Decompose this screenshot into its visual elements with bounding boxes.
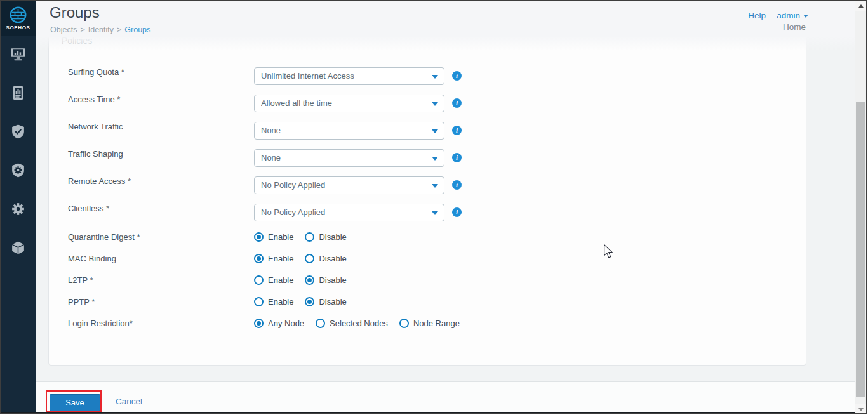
radio-button-selected[interactable] — [254, 232, 264, 242]
radio-mac-binding-enable[interactable]: Enable — [254, 254, 293, 263]
form-row-mac-binding: MAC BindingEnableDisable — [68, 247, 787, 269]
radio-button[interactable] — [305, 232, 314, 242]
scroll-down-button[interactable] — [855, 404, 866, 414]
sidebar-item-control-center[interactable] — [1, 36, 36, 75]
cancel-button[interactable]: Cancel — [116, 397, 142, 406]
field-label-login-restriction: Login Restriction* — [68, 319, 254, 328]
radio-button[interactable] — [254, 297, 264, 306]
breadcrumb-groups[interactable]: Groups — [124, 25, 150, 34]
traffic-shaping-dropdown[interactable]: None — [254, 149, 444, 167]
radio-button[interactable] — [305, 254, 314, 263]
radio-pptp-disable[interactable]: Disable — [305, 297, 346, 306]
l2tp-radio-group: EnableDisable — [254, 275, 347, 285]
dropdown-selected-value: Unlimited Internet Access — [261, 71, 354, 81]
sidebar-nav — [1, 36, 36, 268]
radio-button[interactable] — [254, 275, 264, 285]
sophos-logo[interactable]: SOPHOS — [1, 1, 36, 36]
sidebar: SOPHOS — [1, 1, 36, 412]
radio-quarantine-digest-enable[interactable]: Enable — [254, 232, 293, 242]
chevron-down-icon — [432, 157, 438, 161]
chevron-down-icon — [432, 75, 438, 79]
radio-button-selected[interactable] — [254, 254, 264, 263]
radio-login-restriction-selected-nodes[interactable]: Selected Nodes — [316, 319, 388, 328]
breadcrumb-separator: > — [117, 25, 121, 34]
radio-mac-binding-disable[interactable]: Disable — [305, 254, 346, 263]
radio-label: Enable — [268, 297, 293, 306]
home-link[interactable]: Home — [783, 22, 806, 32]
chevron-down-icon — [432, 184, 438, 188]
breadcrumb: Objects>Identity>Groups — [50, 25, 150, 34]
sidebar-item-reports[interactable] — [1, 75, 36, 114]
sidebar-item-shield-gear[interactable] — [1, 152, 36, 191]
breadcrumb-objects[interactable]: Objects — [50, 25, 77, 34]
page-title: Groups — [50, 4, 100, 22]
radio-label: Enable — [268, 232, 293, 242]
info-icon[interactable]: i — [452, 71, 462, 81]
settings-gear-icon — [10, 201, 26, 220]
save-button[interactable]: Save — [50, 394, 100, 411]
field-label-remote-access: Remote Access * — [68, 171, 254, 186]
pptp-radio-group: EnableDisable — [254, 297, 347, 306]
radio-quarantine-digest-disable[interactable]: Disable — [305, 232, 346, 242]
radio-rows: Quarantine Digest *EnableDisableMAC Bind… — [68, 226, 787, 334]
radio-label: Enable — [268, 275, 293, 285]
info-icon[interactable]: i — [452, 180, 462, 190]
network-traffic-dropdown[interactable]: None — [254, 122, 444, 140]
access-time-dropdown[interactable]: Allowed all the time — [254, 95, 444, 112]
clientless-dropdown[interactable]: No Policy Applied — [254, 204, 444, 221]
breadcrumb-identity[interactable]: Identity — [88, 25, 114, 34]
control-center-icon — [10, 46, 26, 65]
shield-gear-icon — [10, 162, 26, 181]
chevron-down-icon — [432, 102, 438, 106]
radio-l2tp-disable[interactable]: Disable — [305, 275, 346, 285]
radio-button-selected[interactable] — [305, 275, 314, 285]
scrollbar-thumb[interactable] — [856, 102, 865, 397]
radio-button[interactable] — [316, 319, 325, 328]
field-label-network-traffic: Network Traffic — [68, 117, 254, 131]
radio-login-restriction-node-range[interactable]: Node Range — [399, 319, 460, 328]
dropdown-selected-value: Allowed all the time — [261, 98, 332, 108]
mac-binding-radio-group: EnableDisable — [254, 254, 347, 263]
field-label-quarantine-digest: Quarantine Digest * — [68, 232, 254, 242]
form-row-l2tp: L2TP *EnableDisable — [68, 269, 787, 291]
radio-pptp-enable[interactable]: Enable — [254, 297, 293, 306]
header-shadow — [36, 37, 857, 51]
info-icon[interactable]: i — [452, 208, 462, 217]
vertical-scrollbar[interactable] — [855, 1, 866, 414]
dropdown-rows: Surfing Quota *Unlimited Internet Access… — [68, 62, 787, 226]
shield-check-icon — [10, 124, 26, 142]
form-row-network-traffic: Network TrafficNonei — [68, 117, 787, 144]
sidebar-item-objects-cube[interactable] — [1, 230, 36, 268]
radio-label: Disable — [319, 254, 346, 263]
radio-login-restriction-any-node[interactable]: Any Node — [254, 319, 304, 328]
remote-access-dropdown[interactable]: No Policy Applied — [254, 176, 444, 194]
objects-cube-icon — [10, 240, 26, 258]
sidebar-item-shield-check[interactable] — [1, 114, 36, 152]
radio-label: Node Range — [413, 319, 460, 328]
arrow-down-icon — [858, 408, 864, 411]
field-label-clientless: Clientless * — [68, 199, 254, 213]
radio-button[interactable] — [399, 319, 409, 328]
breadcrumb-separator: > — [80, 25, 84, 34]
radio-label: Disable — [319, 297, 346, 306]
field-label-pptp: PPTP * — [68, 297, 254, 306]
chevron-down-icon — [803, 15, 808, 18]
admin-user-menu[interactable]: admin — [777, 11, 808, 20]
radio-button-selected[interactable] — [254, 319, 264, 328]
sidebar-item-settings-gear[interactable] — [1, 191, 36, 230]
surfing-quota-dropdown[interactable]: Unlimited Internet Access — [254, 67, 444, 85]
dropdown-selected-value: None — [261, 126, 281, 135]
radio-button-selected[interactable] — [305, 297, 314, 306]
save-highlight-annotation: Save — [46, 390, 102, 412]
brand-name: SOPHOS — [6, 25, 30, 30]
help-link[interactable]: Help — [748, 11, 766, 20]
info-icon[interactable]: i — [452, 153, 462, 162]
radio-label: Enable — [268, 254, 293, 263]
radio-l2tp-enable[interactable]: Enable — [254, 275, 293, 285]
dropdown-selected-value: No Policy Applied — [261, 208, 325, 217]
info-icon[interactable]: i — [452, 126, 462, 135]
scroll-up-button[interactable] — [855, 1, 866, 11]
info-icon[interactable]: i — [452, 98, 462, 108]
form-row-access-time: Access Time *Allowed all the timei — [68, 89, 787, 117]
form-row-login-restriction: Login Restriction*Any NodeSelected Nodes… — [68, 312, 787, 334]
